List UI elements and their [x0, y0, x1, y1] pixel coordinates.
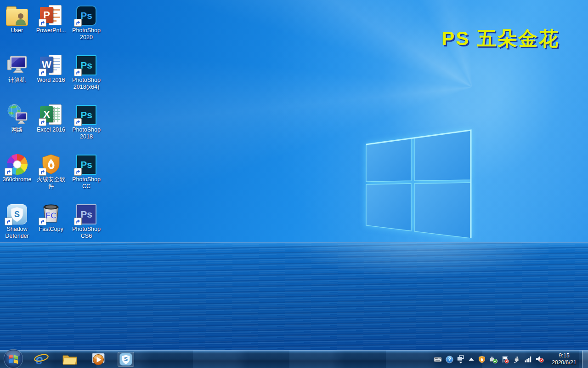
shortcut-arrow-icon	[39, 168, 46, 176]
icon-label: PhotoShop 2018(x64)	[70, 77, 103, 91]
show-desktop-button[interactable]	[582, 351, 588, 368]
desktop-icon-shadow-defender[interactable]: S Shadow Defender	[0, 201, 34, 251]
desktop-icon-huorong[interactable]: 火绒安全软件	[34, 152, 68, 201]
huorong-tray-icon[interactable]	[478, 356, 486, 363]
icon-label: 网络	[11, 126, 23, 133]
excel-icon: X	[40, 102, 62, 125]
shortcut-arrow-icon	[39, 118, 46, 126]
shortcut-arrow-icon	[74, 118, 82, 126]
icon-label: PhotoShop CC	[70, 176, 103, 190]
language-bar-icon[interactable]	[457, 355, 464, 364]
wallpaper-title-text: PS 五朵金花	[441, 26, 560, 52]
desktop-icon-user[interactable]: User	[0, 3, 34, 52]
photoshop-2020-icon: Ps	[75, 3, 97, 26]
icon-label: PhotoShop 2018	[70, 126, 103, 141]
desktop-icon-powerpoint[interactable]: P PowerPnt...	[34, 3, 68, 52]
desktop-icon-excel[interactable]: X Excel 2016	[34, 102, 68, 152]
desktop-icon-fastcopy[interactable]: FC FastCopy	[34, 201, 68, 251]
help-icon[interactable]: ?	[446, 356, 453, 363]
icon-label: 计算机	[8, 77, 26, 84]
wallpaper-sea	[0, 242, 588, 351]
shortcut-arrow-icon	[74, 19, 82, 27]
volume-muted-icon[interactable]	[536, 356, 544, 363]
desktop-icon-360chrome[interactable]: 360chrome	[0, 152, 34, 201]
taskbar-media-player-button[interactable]	[90, 352, 107, 367]
powerpoint-icon: P	[40, 3, 62, 26]
icon-label: PhotoShop CS6	[70, 226, 103, 240]
shortcut-arrow-icon	[39, 19, 46, 27]
svg-text:S: S	[14, 210, 20, 219]
icon-label: 火绒安全软件	[34, 176, 68, 190]
action-center-flag-icon[interactable]	[501, 356, 509, 363]
shortcut-arrow-icon	[5, 168, 12, 176]
network-icon	[6, 102, 28, 125]
photoshop-cc-icon: Ps	[75, 152, 97, 175]
clock-date: 2020/6/21	[548, 359, 581, 366]
chrome-360-icon	[6, 152, 28, 175]
desktop-icon-photoshop-cs6[interactable]: Ps PhotoShop CS6	[69, 201, 103, 251]
photoshop-cs6-icon: Ps	[75, 201, 97, 224]
svg-text:S: S	[124, 356, 128, 362]
shortcut-arrow-icon	[39, 69, 46, 76]
usb-safely-remove-icon[interactable]	[489, 356, 498, 363]
show-hidden-icons-chevron[interactable]	[468, 357, 475, 362]
icon-label: Word 2016	[37, 77, 65, 84]
desktop-icon-photoshop-cc[interactable]: Ps PhotoShop CC	[69, 152, 103, 201]
taskbar-internet-explorer-button[interactable]: e	[33, 352, 50, 367]
shortcut-arrow-icon	[74, 168, 82, 176]
desktop-icon-computer[interactable]: 计算机	[0, 52, 34, 102]
icon-label: User	[11, 27, 23, 34]
icon-label: PowerPnt...	[36, 27, 66, 34]
keyboard-icon[interactable]	[434, 356, 442, 363]
system-tray: ?	[434, 351, 581, 368]
icon-label: Shadow Defender	[0, 226, 34, 240]
taskbar-file-explorer-button[interactable]	[62, 352, 78, 367]
desktop-icon-photoshop-2018-x64[interactable]: Ps PhotoShop 2018(x64)	[69, 52, 103, 102]
icon-label: Excel 2016	[37, 126, 65, 133]
word-icon: W	[40, 52, 62, 75]
desktop-icon-grid: User P PowerPnt... Ps PhotoShop 2020	[0, 3, 105, 251]
user-folder-icon	[6, 3, 28, 26]
photoshop-2018-icon: Ps	[75, 52, 97, 75]
shortcut-arrow-icon	[39, 218, 46, 225]
start-button[interactable]	[3, 348, 24, 368]
clock-time: 9:15	[548, 352, 581, 359]
desktop-icon-photoshop-2018[interactable]: Ps PhotoShop 2018	[69, 102, 103, 152]
svg-text:FC: FC	[45, 211, 57, 220]
icon-label: PhotoShop 2020	[70, 27, 103, 41]
desktop-icon-photoshop-2020[interactable]: Ps PhotoShop 2020	[69, 3, 103, 52]
shadow-defender-icon: S	[6, 201, 28, 224]
svg-text:?: ?	[448, 356, 451, 362]
taskbar-clock[interactable]: 9:15 2020/6/21	[548, 352, 581, 366]
photoshop-2018-icon: Ps	[75, 102, 97, 125]
taskbar-shadow-defender-button[interactable]: S	[118, 352, 134, 367]
shortcut-arrow-icon	[5, 218, 12, 225]
computer-icon	[6, 52, 28, 75]
windows-desktop: { "wallpaper": { "overlay_title": "PS 五朵…	[0, 0, 588, 368]
shortcut-arrow-icon	[74, 218, 82, 225]
desktop-icon-network[interactable]: 网络	[0, 102, 34, 152]
taskbar: e S	[0, 351, 588, 368]
huorong-shield-icon	[40, 152, 62, 175]
icon-label: FastCopy	[39, 226, 63, 233]
icon-label: 360chrome	[3, 176, 32, 183]
fastcopy-icon: FC	[40, 201, 62, 224]
windows-logo	[364, 128, 473, 238]
network-signal-icon[interactable]	[524, 356, 532, 363]
shortcut-arrow-icon	[74, 69, 82, 76]
power-plug-icon[interactable]	[513, 356, 520, 363]
desktop-icon-word[interactable]: W Word 2016	[34, 52, 68, 102]
